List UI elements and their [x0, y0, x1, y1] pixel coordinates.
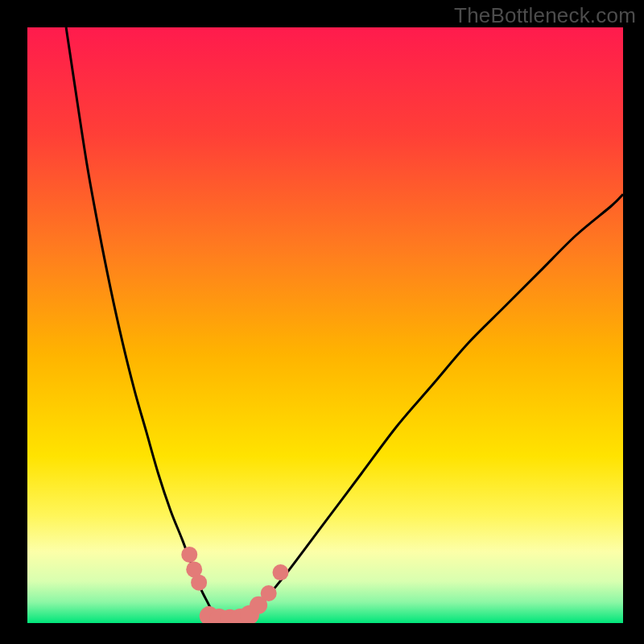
marker-dot [273, 564, 289, 580]
marker-dot [181, 547, 197, 563]
bottleneck-chart [0, 0, 644, 644]
chart-frame: TheBottleneck.com [0, 0, 644, 644]
gradient-background [27, 27, 623, 623]
watermark-text: TheBottleneck.com [454, 3, 636, 28]
marker-dot [261, 585, 277, 601]
marker-dot [191, 575, 207, 591]
